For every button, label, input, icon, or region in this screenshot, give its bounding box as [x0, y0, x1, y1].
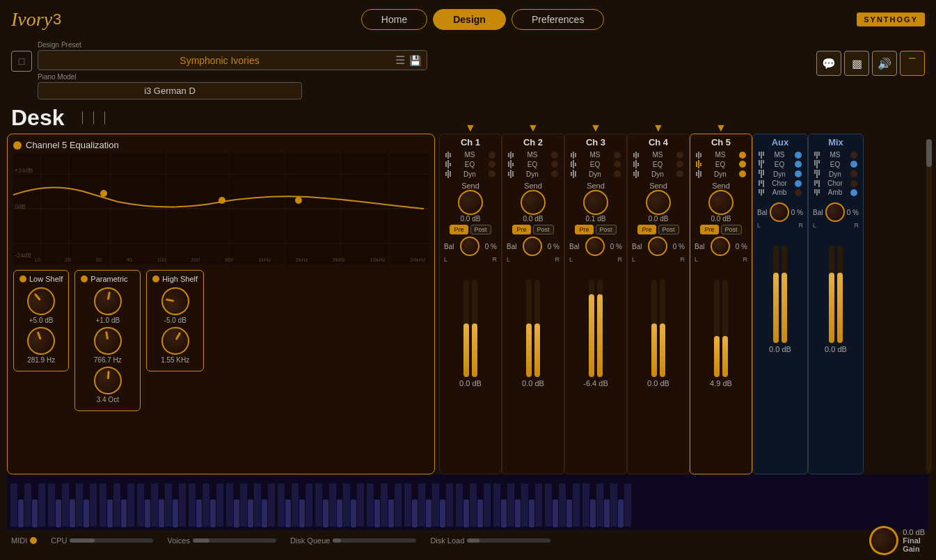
key-black[interactable] — [566, 499, 572, 527]
ch1-fader-left[interactable] — [463, 280, 469, 377]
key-black[interactable] — [515, 499, 521, 527]
scrollbar[interactable] — [926, 139, 932, 473]
parametric-freq-knob[interactable] — [92, 325, 124, 357]
key-black[interactable] — [32, 499, 38, 527]
key-black[interactable] — [426, 499, 431, 527]
key-white[interactable] — [483, 483, 491, 527]
preset-new-icon[interactable]: □ — [11, 51, 32, 72]
ch2-fader-left[interactable] — [526, 280, 532, 377]
key-white[interactable] — [493, 483, 501, 527]
key-white[interactable] — [305, 483, 313, 527]
key-white[interactable] — [61, 483, 70, 527]
mix-fader-right[interactable] — [837, 246, 843, 343]
comment-icon-btn[interactable]: 💬 — [816, 51, 841, 76]
mix-fader-left[interactable] — [829, 246, 834, 343]
parametric-gain-knob[interactable] — [92, 285, 124, 317]
key-black[interactable] — [210, 499, 216, 527]
key-white[interactable] — [624, 483, 632, 527]
preferences-button[interactable]: Preferences — [511, 9, 604, 30]
key-white[interactable] — [127, 483, 135, 527]
key-white[interactable] — [394, 483, 402, 527]
ch2-dyn-dot[interactable] — [551, 170, 558, 177]
key-black[interactable] — [84, 499, 89, 527]
key-black[interactable] — [337, 499, 342, 527]
high-shelf-freq-knob[interactable] — [156, 322, 194, 360]
preset-save-icon[interactable]: 💾 — [409, 55, 421, 66]
key-white[interactable] — [380, 483, 388, 527]
ch3-eq-dot[interactable] — [614, 161, 621, 168]
key-black[interactable] — [145, 499, 150, 527]
aux-bal-knob[interactable] — [770, 202, 789, 222]
aux-amb-dot[interactable] — [795, 189, 802, 196]
key-black[interactable] — [248, 499, 253, 527]
key-black[interactable] — [159, 499, 164, 527]
ch4-fader-left[interactable] — [651, 280, 657, 377]
key-white[interactable] — [610, 483, 618, 527]
key-white[interactable] — [277, 483, 285, 527]
key-white[interactable] — [99, 483, 107, 527]
ch3-fader-area[interactable] — [568, 266, 624, 377]
mix-chor-dot[interactable] — [850, 180, 857, 187]
ch3-pre-btn[interactable]: Pre — [575, 225, 593, 234]
ch5-post-btn[interactable]: Post — [721, 225, 742, 234]
aux-chor-dot[interactable] — [795, 180, 802, 187]
key-white[interactable] — [253, 483, 262, 527]
key-white[interactable] — [136, 483, 145, 527]
key-white[interactable] — [38, 483, 46, 527]
ch3-dyn-dot[interactable] — [614, 170, 621, 177]
key-black[interactable] — [18, 499, 24, 527]
ch4-fader-right[interactable] — [660, 280, 665, 377]
ch4-pre-btn[interactable]: Pre — [637, 225, 656, 234]
key-black[interactable] — [173, 499, 178, 527]
mix-amb-dot[interactable] — [850, 189, 857, 196]
ch2-send-knob[interactable] — [521, 190, 546, 215]
key-white[interactable] — [225, 483, 234, 527]
ch4-eq-dot[interactable] — [676, 161, 683, 168]
key-white[interactable] — [164, 483, 173, 527]
mix-fader-area[interactable] — [811, 232, 860, 343]
ch2-fader-area[interactable] — [505, 266, 561, 377]
ch1-fader-right[interactable] — [472, 280, 477, 377]
key-black[interactable] — [553, 499, 558, 527]
ch3-bal-knob[interactable] — [585, 237, 605, 256]
ch2-eq-dot[interactable] — [551, 161, 558, 168]
key-black[interactable] — [234, 499, 239, 527]
low-shelf-gain-knob[interactable] — [22, 282, 61, 321]
design-button[interactable]: Design — [433, 9, 506, 30]
key-black[interactable] — [285, 499, 291, 527]
key-black[interactable] — [70, 499, 75, 527]
aux-fader-left[interactable] — [773, 246, 779, 343]
ch5-dyn-dot[interactable] — [739, 170, 746, 177]
key-white[interactable] — [188, 483, 196, 527]
key-white[interactable] — [544, 483, 553, 527]
aux-eq-dot[interactable] — [795, 161, 802, 168]
key-white[interactable] — [366, 483, 374, 527]
key-white[interactable] — [178, 483, 187, 527]
key-black[interactable] — [196, 499, 202, 527]
key-black[interactable] — [463, 499, 469, 527]
ch5-send-knob[interactable] — [708, 190, 733, 215]
key-black[interactable] — [262, 499, 267, 527]
key-white[interactable] — [455, 483, 463, 527]
eq-icon-btn[interactable]: ▩ — [844, 51, 869, 76]
low-shelf-freq-knob[interactable] — [24, 323, 59, 358]
ch2-ms-dot[interactable] — [551, 152, 558, 159]
key-black[interactable] — [604, 499, 610, 527]
key-black[interactable] — [56, 499, 61, 527]
ch3-ms-dot[interactable] — [614, 152, 621, 159]
ch5-bal-knob[interactable] — [711, 237, 730, 256]
aux-fader-area[interactable] — [756, 232, 804, 343]
key-black[interactable] — [529, 499, 534, 527]
eq-graph[interactable]: +24dB 0dB -24dB 10203040 100200300 1kHz2… — [13, 153, 429, 264]
ch2-fader-right[interactable] — [534, 280, 540, 377]
key-black[interactable] — [501, 499, 507, 527]
ch1-ms-dot[interactable] — [489, 152, 495, 159]
key-white[interactable] — [202, 483, 210, 527]
key-white[interactable] — [431, 483, 440, 527]
ch3-fader-left[interactable] — [589, 280, 594, 377]
key-white[interactable] — [572, 483, 580, 527]
key-white[interactable] — [315, 483, 323, 527]
mix-ms-dot[interactable] — [850, 152, 857, 159]
ch1-dyn-dot[interactable] — [489, 170, 495, 177]
key-white[interactable] — [558, 483, 566, 527]
